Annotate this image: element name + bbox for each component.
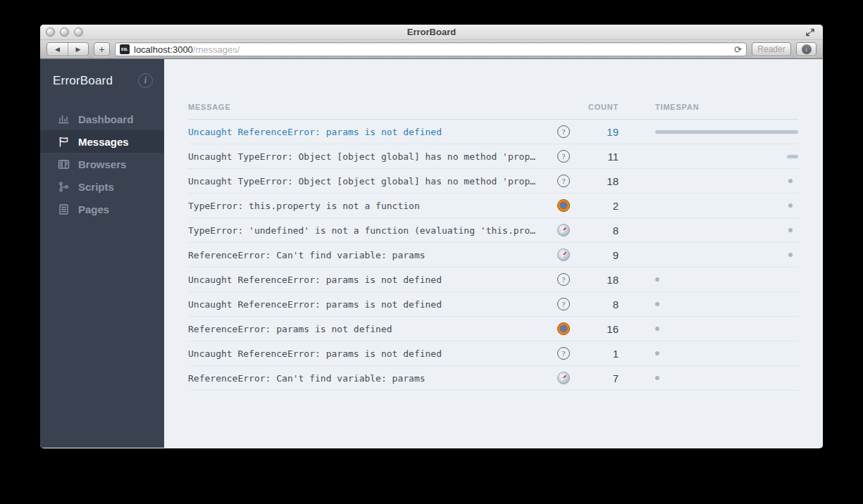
message-cell[interactable]: Uncaught ReferenceError: params is not d… [188, 127, 550, 137]
unknown-browser-icon: ? [557, 298, 570, 310]
document-icon [58, 203, 70, 215]
timespan-dot [655, 351, 659, 355]
table-row[interactable]: ReferenceError: Can't find variable: par… [188, 366, 798, 391]
browser-window: ErrorBoard ◀ ▶ + EB. localhost:3000/mess… [40, 25, 823, 448]
firefox-browser-icon [557, 199, 570, 212]
message-cell[interactable]: TypeError: 'undefined' is not a function… [188, 225, 550, 236]
sidebar: ErrorBoard i Dashboard Messages [40, 59, 164, 448]
table-row[interactable]: TypeError: this.property is not a functi… [188, 194, 798, 218]
branch-icon [58, 181, 70, 193]
count-cell: 19 [578, 126, 619, 138]
message-cell[interactable]: Uncaught ReferenceError: params is not d… [188, 275, 550, 285]
timespan-cell [655, 267, 798, 292]
timespan-dot [655, 376, 659, 380]
count-cell: 2 [578, 200, 619, 212]
fullscreen-icon[interactable] [805, 27, 816, 38]
app-logo: ErrorBoard [53, 74, 113, 88]
columns-icon [58, 158, 70, 170]
site-favicon: EB. [120, 44, 130, 54]
message-cell[interactable]: ReferenceError: params is not defined [188, 324, 550, 334]
info-icon[interactable]: i [138, 73, 153, 88]
message-cell[interactable]: ReferenceError: Can't find variable: par… [188, 250, 550, 260]
flag-icon [58, 136, 70, 148]
unknown-browser-icon: ? [557, 347, 570, 360]
count-cell: 7 [578, 372, 619, 384]
url-host: localhost:3000 [134, 44, 193, 55]
message-cell[interactable]: TypeError: this.property is not a functi… [188, 201, 550, 211]
forward-button[interactable]: ▶ [68, 43, 88, 56]
url-text: localhost:3000/messages/ [134, 44, 730, 55]
refresh-icon[interactable]: ⟳ [734, 44, 742, 55]
column-header-message: MESSAGE [188, 103, 550, 111]
firefox-browser-icon [557, 322, 570, 335]
sidebar-item-pages[interactable]: Pages [40, 198, 164, 220]
sidebar-item-dashboard[interactable]: Dashboard [40, 108, 164, 130]
timespan-cell [655, 218, 798, 243]
table-row[interactable]: ReferenceError: params is not defined 16 [188, 317, 798, 341]
timespan-cell [655, 317, 798, 341]
timespan-cell [655, 169, 798, 194]
timespan-dot [655, 327, 659, 331]
address-bar[interactable]: EB. localhost:3000/messages/ ⟳ [115, 42, 747, 56]
message-cell[interactable]: Uncaught ReferenceError: params is not d… [188, 299, 550, 310]
table-row[interactable]: Uncaught TypeError: Object [object globa… [188, 144, 798, 169]
table-row[interactable]: Uncaught ReferenceError: params is not d… [188, 292, 798, 317]
sidebar-item-label: Browsers [78, 158, 126, 170]
count-cell: 18 [578, 175, 619, 187]
count-cell: 16 [578, 323, 619, 335]
message-cell[interactable]: Uncaught TypeError: Object [object globa… [188, 151, 550, 162]
titlebar: ErrorBoard [40, 25, 823, 40]
count-cell: 18 [578, 274, 619, 286]
sidebar-item-label: Dashboard [78, 113, 133, 125]
table-row[interactable]: Uncaught TypeError: Object [object globa… [188, 169, 798, 194]
table-body: Uncaught ReferenceError: params is not d… [188, 120, 798, 391]
timespan-dot [655, 277, 659, 282]
count-cell: 8 [578, 225, 619, 237]
safari-browser-icon [557, 372, 570, 384]
timespan-cell [655, 120, 798, 144]
table-row[interactable]: Uncaught ReferenceError: params is not d… [188, 120, 798, 144]
table-row[interactable]: ReferenceError: Can't find variable: par… [188, 243, 798, 267]
timespan-bar [655, 130, 798, 134]
count-cell: 11 [578, 151, 619, 163]
message-cell[interactable]: Uncaught ReferenceError: params is not d… [188, 348, 550, 359]
timespan-dot [655, 302, 659, 306]
back-button[interactable]: ◀ [47, 43, 68, 56]
count-cell: 8 [578, 298, 619, 310]
safari-browser-icon [557, 224, 570, 237]
sidebar-item-messages[interactable]: Messages [40, 130, 164, 153]
reader-button[interactable]: Reader [752, 42, 791, 56]
browser-toolbar: ◀ ▶ + EB. localhost:3000/messages/ ⟳ Rea… [40, 40, 823, 59]
timespan-cell [655, 194, 798, 218]
message-cell[interactable]: ReferenceError: Can't find variable: par… [188, 373, 550, 384]
table-row[interactable]: Uncaught ReferenceError: params is not d… [188, 341, 798, 366]
timespan-cell [655, 341, 798, 366]
unknown-browser-icon: ? [557, 175, 570, 187]
timespan-cell [655, 292, 798, 317]
sidebar-nav: Dashboard Messages Browsers [40, 108, 164, 220]
unknown-browser-icon: ? [557, 150, 570, 163]
timespan-cell [655, 366, 798, 391]
timespan-dot [788, 179, 793, 183]
download-icon: ↓ [802, 44, 812, 54]
messages-page: MESSAGE COUNT TIMESPAN Uncaught Referenc… [164, 59, 823, 448]
table-row[interactable]: Uncaught ReferenceError: params is not d… [188, 267, 798, 292]
history-nav: ◀ ▶ [46, 42, 89, 56]
unknown-browser-icon: ? [557, 273, 570, 286]
count-cell: 9 [578, 249, 619, 261]
table-row[interactable]: TypeError: 'undefined' is not a function… [188, 218, 798, 243]
timespan-dot [788, 253, 793, 257]
timespan-bar [787, 155, 798, 158]
sidebar-item-label: Messages [78, 136, 129, 148]
new-tab-button[interactable]: + [94, 42, 110, 56]
window-title: ErrorBoard [40, 27, 823, 37]
sidebar-item-label: Pages [78, 203, 109, 215]
unknown-browser-icon: ? [557, 125, 570, 138]
sidebar-item-browsers[interactable]: Browsers [40, 153, 164, 175]
safari-browser-icon [557, 248, 570, 261]
sidebar-item-label: Scripts [78, 181, 114, 193]
sidebar-item-scripts[interactable]: Scripts [40, 175, 164, 198]
downloads-button[interactable]: ↓ [796, 42, 817, 56]
message-cell[interactable]: Uncaught TypeError: Object [object globa… [188, 176, 550, 187]
table-header: MESSAGE COUNT TIMESPAN [188, 103, 798, 120]
